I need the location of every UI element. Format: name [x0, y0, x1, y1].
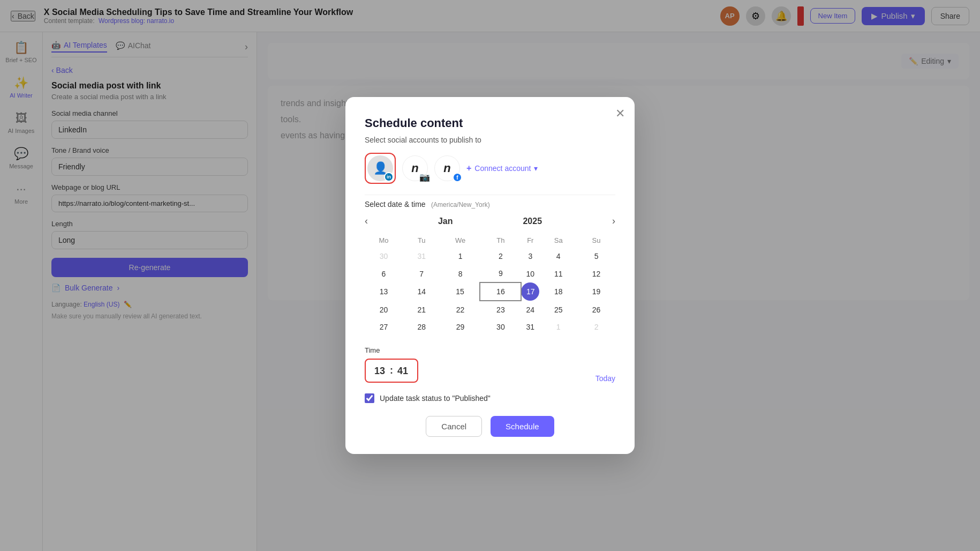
calendar-month: Jan [438, 217, 453, 226]
facebook-badge: f [453, 173, 462, 182]
cal-day[interactable]: 6 [365, 265, 403, 282]
time-colon: : [390, 365, 393, 376]
date-time-label: Select date & time [365, 200, 426, 209]
cal-day[interactable]: 21 [403, 301, 441, 318]
weekday-we: We [441, 233, 480, 248]
cal-day[interactable]: 30 [480, 318, 521, 336]
calendar-prev-button[interactable]: ‹ [365, 215, 368, 227]
weekday-tu: Tu [403, 233, 441, 248]
cal-day[interactable]: 10 [521, 265, 539, 282]
cal-day[interactable]: 7 [403, 265, 441, 282]
cal-day[interactable]: 31 [521, 318, 539, 336]
accounts-row: 👤 in n 📷 n f [365, 153, 615, 184]
time-label: Time [365, 346, 418, 354]
cal-day[interactable]: 5 [577, 248, 615, 265]
cal-day[interactable]: 9 [480, 265, 521, 282]
cal-day[interactable]: 23 [480, 301, 521, 318]
cal-day[interactable]: 30 [365, 248, 403, 265]
account-instagram-narrato[interactable]: n 📷 [402, 155, 428, 181]
cal-day[interactable]: 19 [577, 282, 615, 301]
cal-day[interactable]: 2 [577, 318, 615, 336]
weekday-sa: Sa [539, 233, 577, 248]
schedule-button[interactable]: Schedule [491, 416, 554, 437]
cal-day[interactable]: 24 [521, 301, 539, 318]
timezone-label: (America/New_York) [431, 201, 490, 209]
connect-chevron-icon: ▾ [534, 164, 538, 173]
cal-day[interactable]: 31 [403, 248, 441, 265]
cal-day[interactable]: 1 [441, 248, 480, 265]
calendar-grid: Mo Tu We Th Fr Sa Su 30 31 [365, 233, 615, 336]
cancel-button[interactable]: Cancel [426, 416, 482, 437]
modal-buttons: Cancel Schedule [365, 416, 615, 437]
cal-day[interactable]: 3 [521, 248, 539, 265]
cal-day[interactable]: 20 [365, 301, 403, 318]
cal-day[interactable]: 28 [403, 318, 441, 336]
narrato-logo-instagram: n [411, 161, 418, 175]
cal-day[interactable]: 4 [539, 248, 577, 265]
time-box: 13 : 41 [365, 359, 418, 383]
cal-day[interactable]: 2 [480, 248, 521, 265]
cal-day[interactable]: 1 [539, 318, 577, 336]
cal-day[interactable]: 25 [539, 301, 577, 318]
narrato-logo-facebook: n [443, 161, 450, 175]
minute-select[interactable]: 41 [397, 366, 409, 376]
modal-subtitle: Select social accounts to publish to [365, 136, 615, 144]
linkedin-badge: in [384, 172, 394, 182]
cal-day[interactable]: 14 [403, 282, 441, 301]
cal-day[interactable]: 11 [539, 265, 577, 282]
checkbox-label: Update task status to "Published" [380, 394, 491, 403]
today-button[interactable]: Today [595, 374, 615, 383]
weekday-mo: Mo [365, 233, 403, 248]
weekday-su: Su [577, 233, 615, 248]
calendar-next-button[interactable]: › [612, 215, 615, 227]
cal-day[interactable]: 22 [441, 301, 480, 318]
cal-day[interactable]: 13 [365, 282, 403, 301]
modal-title: Schedule content [365, 116, 615, 130]
time-row: Time 13 : 41 Today [365, 346, 615, 383]
plus-icon: + [466, 163, 471, 173]
cal-day[interactable]: 15 [441, 282, 480, 301]
cal-day[interactable]: 18 [539, 282, 577, 301]
modal-overlay: ✕ Schedule content Select social account… [0, 0, 980, 551]
cal-day-17-today[interactable]: 17 [521, 282, 539, 301]
weekday-fr: Fr [521, 233, 539, 248]
cal-day-16[interactable]: 16 [480, 282, 521, 301]
cal-day[interactable]: 29 [441, 318, 480, 336]
checkbox-row: Update task status to "Published" [365, 393, 615, 403]
cal-day[interactable]: 8 [441, 265, 480, 282]
calendar: ‹ Jan 2025 › Mo Tu We T [365, 215, 615, 336]
schedule-modal: ✕ Schedule content Select social account… [345, 97, 635, 454]
modal-close-button[interactable]: ✕ [615, 107, 625, 121]
cal-day[interactable]: 26 [577, 301, 615, 318]
instagram-overlay-icon: 📷 [419, 172, 430, 182]
weekday-th: Th [480, 233, 521, 248]
connect-account-button[interactable]: + Connect account ▾ [466, 163, 538, 173]
calendar-year: 2025 [523, 217, 542, 226]
update-status-checkbox[interactable] [365, 393, 374, 403]
account-linkedin[interactable]: 👤 in [365, 153, 396, 184]
cal-day[interactable]: 27 [365, 318, 403, 336]
hour-select[interactable]: 13 [374, 366, 386, 376]
account-facebook-narrato[interactable]: n f [434, 155, 460, 181]
cal-day[interactable]: 12 [577, 265, 615, 282]
